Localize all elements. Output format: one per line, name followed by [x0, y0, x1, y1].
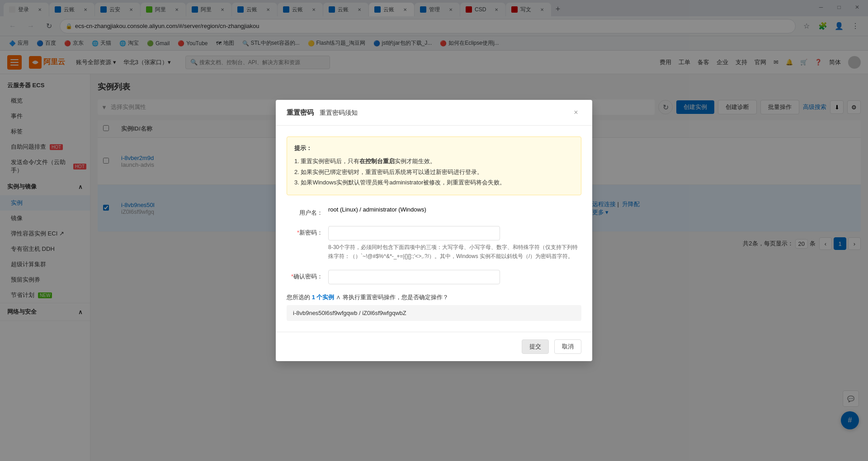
browser-window: 登录 ✕ 云账 ✕ 云安 ✕ 阿里 ✕ 阿里 ✕ 云账 ✕ 云账 ✕: [0, 0, 868, 461]
password-hint: 8-30个字符，必须同时包含下面四项中的三项：大写字母、小写字母、数字、和特殊字…: [328, 243, 581, 260]
instance-id-confirm-box: i-8vb9nes50l6sf9wfgqwb / iZ0l6sf9wfgqwbZ: [287, 305, 581, 321]
confirm-password-row: *确认密码：: [287, 270, 581, 284]
modal-body: 提示： 1. 重置实例密码后，只有在控制台重启实例才能生效。 2. 如果实例已绑…: [276, 126, 592, 332]
new-password-input[interactable]: [328, 226, 500, 240]
alert-item-2: 2. 如果实例已绑定密钥对，重置密码后系统将可以通过新密码进行登录。: [294, 167, 574, 177]
new-password-row: *新密码： 8-30个字符，必须同时包含下面四项中的三项：大写字母、小写字母、数…: [287, 226, 581, 260]
alert-box: 提示： 1. 重置实例密码后，只有在控制台重启实例才能生效。 2. 如果实例已绑…: [287, 136, 581, 195]
alert-title: 提示：: [294, 144, 574, 152]
confirm-text: 您所选的 1 个实例 ∧ 将执行重置密码操作，您是否确定操作？: [287, 293, 581, 301]
confirm-password-label: *确认密码：: [287, 270, 323, 281]
instance-count-highlight: 1 个实例: [312, 294, 335, 301]
confirm-section: 您所选的 1 个实例 ∧ 将执行重置密码操作，您是否确定操作？ i-8vb9ne…: [287, 293, 581, 321]
alert-item-3: 3. 如果Windows实例默认管理员账号administrator被修改，则重…: [294, 177, 574, 188]
modal-footer: 提交 取消: [276, 332, 592, 361]
username-value: root (Linux) / administrator (Windows): [328, 206, 581, 213]
reset-password-modal: 重置密码 重置密码须知 × 提示： 1. 重置实例密码后，只有在控制台重启实例才…: [276, 100, 592, 361]
modal-close-button[interactable]: ×: [571, 107, 581, 118]
alert-item-1: 1. 重置实例密码后，只有在控制台重启实例才能生效。: [294, 156, 574, 166]
username-row: 用户名： root (Linux) / administrator (Windo…: [287, 206, 581, 217]
confirm-password-control: [328, 270, 581, 284]
modal-overlay: 重置密码 重置密码须知 × 提示： 1. 重置实例密码后，只有在控制台重启实例才…: [0, 0, 868, 461]
modal-cancel-button[interactable]: 取消: [554, 339, 581, 354]
confirm-password-input[interactable]: [328, 270, 500, 284]
modal-submit-button[interactable]: 提交: [522, 339, 549, 354]
new-password-label: *新密码：: [287, 226, 323, 237]
modal-title: 重置密码 重置密码须知: [287, 108, 358, 117]
username-label: 用户名：: [287, 206, 323, 217]
new-password-control: 8-30个字符，必须同时包含下面四项中的三项：大写字母、小写字母、数字、和特殊字…: [328, 226, 581, 260]
modal-header: 重置密码 重置密码须知 ×: [276, 100, 592, 126]
